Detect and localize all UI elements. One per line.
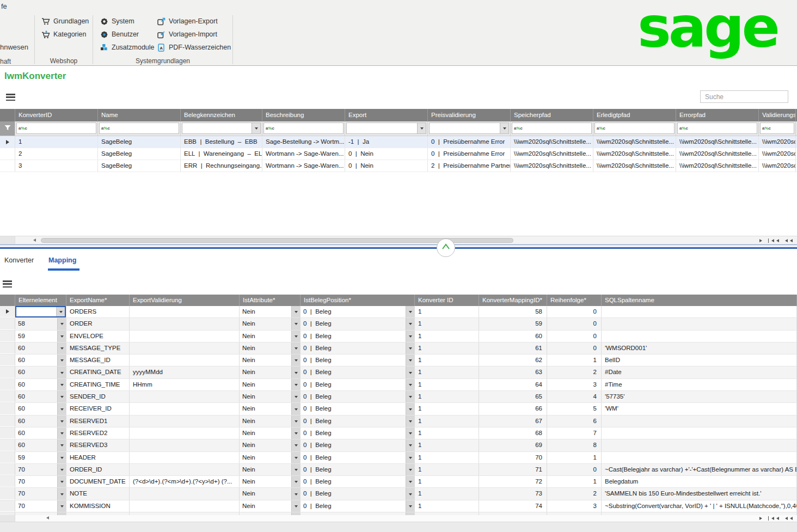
column-header-konverterid[interactable]: KonverterID	[15, 109, 98, 121]
cell-reihenfolge[interactable]: 0	[547, 343, 602, 354]
dropdown-button[interactable]	[291, 464, 300, 475]
ribbon-button-system[interactable]: System	[100, 16, 134, 26]
cell-errorpfad[interactable]: \\iwm2020sql\Schnittstelle...	[676, 148, 759, 160]
cell-preisvalidierung[interactable]: 2 | Preisübernahme Partner	[428, 160, 511, 172]
cell-konverter-id[interactable]: 1	[415, 379, 479, 390]
table-row[interactable]: 1SageBelegEBB | Bestellung – EBBSage-Bes…	[0, 136, 797, 148]
ribbon-button-zusatzmodule[interactable]: Zusatzmodule	[100, 42, 155, 52]
cell-sqlspaltenname[interactable]: #Date	[602, 366, 797, 378]
cell-istattribute[interactable]: Nein	[240, 354, 301, 366]
tab-konverter[interactable]: Konverter	[4, 256, 34, 264]
dropdown-button[interactable]	[406, 500, 414, 512]
cell-erledigtpfad[interactable]: \\iwm2020sql\Schnittstelle...	[593, 160, 676, 172]
cell-dropdown[interactable]: 0 | Beleg	[301, 354, 414, 366]
column-header-sqlspaltenname[interactable]: SQLSpaltenname	[602, 295, 797, 306]
dropdown-button[interactable]	[57, 488, 66, 499]
cell-exportvalidierung[interactable]	[130, 452, 240, 463]
cell-exportname[interactable]: ENVELOPE	[66, 331, 130, 342]
cell-istattribute[interactable]: Nein	[240, 391, 301, 402]
cell-konverter-id[interactable]: 1	[415, 476, 479, 487]
filter-row-button[interactable]	[0, 121, 15, 136]
cell-dropdown[interactable]: 0 | Beleg	[301, 439, 414, 451]
cell-istbelegposition[interactable]: 0 | Beleg	[301, 500, 415, 512]
dropdown-button[interactable]	[56, 307, 65, 316]
cell-sqlspaltenname[interactable]	[602, 318, 797, 329]
cell-istbelegposition[interactable]: 0 | Beleg	[301, 306, 415, 317]
cell-elternelement[interactable]: 58	[15, 318, 66, 329]
cell-sqlspaltenname[interactable]: '57735'	[602, 391, 797, 402]
filter-dropdown-preisvalidierung[interactable]	[429, 123, 509, 134]
cell-sqlspaltenname[interactable]	[602, 452, 797, 463]
dropdown-button[interactable]	[406, 379, 414, 390]
cell-exportvalidierung[interactable]	[130, 488, 240, 499]
cell-istbelegposition[interactable]: 0 | Beleg	[301, 427, 415, 439]
table-row[interactable]: 70DOCUMENT_DATE(?<d>\d+).(?<m>\d+).(?<y>…	[0, 476, 797, 488]
dropdown-button[interactable]	[57, 318, 66, 329]
cell-sqlspaltenname[interactable]	[602, 306, 797, 317]
cell-exportvalidierung[interactable]	[130, 391, 240, 402]
cell-konvertermappingid[interactable]: 58	[479, 306, 547, 317]
cell-dropdown[interactable]: 60	[15, 415, 66, 427]
cell-exportname[interactable]: DOCUMENT_DATE	[66, 476, 130, 487]
column-header-konverter-id[interactable]: Konverter ID	[415, 295, 479, 306]
bottom-grid-hscrollbar[interactable]	[0, 515, 797, 522]
cell-istbelegposition[interactable]: 0 | Beleg	[301, 464, 415, 475]
cell-exportvalidierung[interactable]	[130, 306, 240, 317]
cell-beschreibung[interactable]: Wortmann -> Sage-Waren...	[262, 160, 345, 172]
cell-validierungsda[interactable]: \\iwm2020sql\	[759, 136, 796, 148]
cell-reihenfolge[interactable]: 1	[547, 476, 602, 487]
dropdown-button[interactable]	[406, 391, 414, 402]
cell-dropdown[interactable]: 60	[15, 379, 66, 390]
dropdown-button[interactable]	[406, 403, 414, 414]
cell-konverter-id[interactable]: 1	[415, 366, 479, 378]
first-record-icon[interactable]	[768, 239, 780, 243]
cell-istbelegposition[interactable]: 0 | Beleg	[301, 476, 415, 487]
ribbon-button-grundlagen[interactable]: Grundlagen	[41, 16, 89, 26]
cell-exportname[interactable]: ORDER_ID	[66, 464, 130, 475]
cell-sqlspaltenname[interactable]: BelID	[602, 354, 797, 366]
dropdown-button[interactable]	[500, 123, 508, 133]
cell-konverterid[interactable]: 2	[15, 148, 98, 160]
cell-istattribute[interactable]: Nein	[240, 379, 301, 390]
cell-istattribute[interactable]: Nein	[240, 318, 301, 329]
cell-exportvalidierung[interactable]	[130, 427, 240, 439]
cell-exportname[interactable]: SENDER_ID	[66, 391, 130, 402]
cell-exportname[interactable]: MESSAGE_ID	[66, 354, 130, 366]
cell-istbelegposition[interactable]: 0 | Beleg	[301, 439, 415, 451]
cell-speicherpfad[interactable]: \\iwm2020sql\Schnittstelle...	[511, 148, 593, 160]
cell-exportvalidierung[interactable]	[130, 439, 240, 451]
dropdown-button[interactable]	[406, 452, 414, 463]
cell-dropdown[interactable]: 0 | Beleg	[301, 464, 414, 475]
cell-reihenfolge[interactable]: 8	[547, 439, 602, 451]
cell-konverter-id[interactable]: 1	[415, 391, 479, 402]
dropdown-button[interactable]	[57, 366, 66, 378]
cell-preisvalidierung[interactable]: 0 | Preisübernahme Error	[428, 148, 511, 160]
cell-sqlspaltenname[interactable]: 'SAMMELN bis 150 Euro-Mindestbestellwert…	[602, 488, 797, 499]
cell-dropdown[interactable]: Nein	[240, 500, 300, 512]
panel-splitter[interactable]	[0, 244, 797, 249]
cell-reihenfolge[interactable]: 3	[547, 500, 602, 512]
cell-konvertermappingid[interactable]: 72	[479, 476, 547, 487]
dropdown-button[interactable]	[291, 354, 300, 366]
cell-konverter-id[interactable]: 1	[415, 318, 479, 329]
cell-dropdown[interactable]: 0 | Beleg	[301, 403, 414, 414]
cell-dropdown[interactable]: 60	[15, 343, 66, 354]
column-header-preisvalidierung[interactable]: Preisvalidierung	[428, 109, 511, 121]
cell-elternelement[interactable]: 60	[15, 427, 66, 439]
cell-istattribute[interactable]: Nein	[240, 488, 301, 499]
cell-dropdown[interactable]: 60	[15, 439, 66, 451]
table-row[interactable]: 58ORDERNein0 | Beleg1590	[0, 318, 797, 330]
cell-dropdown[interactable]: 70	[15, 488, 66, 499]
cell-konvertermappingid[interactable]: 70	[479, 452, 547, 463]
cell-dropdown[interactable]: 58	[15, 318, 66, 329]
cell-istbelegposition[interactable]: 0 | Beleg	[301, 354, 415, 366]
cell-dropdown[interactable]: Nein	[240, 403, 300, 414]
cell-elternelement[interactable]	[15, 306, 66, 317]
scroll-left-icon[interactable]	[45, 516, 49, 519]
cell-sqlspaltenname[interactable]: ~Cast(Belegjahr as varchar) +'-'+Cast(Be…	[602, 464, 797, 475]
cell-elternelement[interactable]: 70	[15, 464, 66, 475]
cell-konvertermappingid[interactable]: 73	[479, 488, 547, 499]
dropdown-button[interactable]	[406, 343, 414, 354]
cell-belegkennzeichen[interactable]: EBB | Bestellung – EBB	[181, 136, 262, 148]
ribbon-button-kategorien[interactable]: Kategorien	[41, 29, 86, 39]
